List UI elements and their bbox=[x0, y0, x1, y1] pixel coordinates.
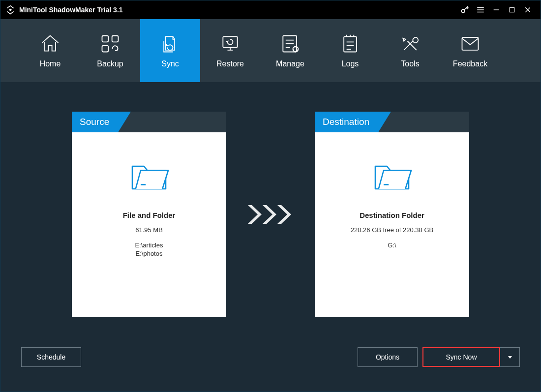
destination-title: Destination Folder bbox=[360, 211, 424, 219]
source-header-label: Source bbox=[72, 112, 118, 132]
key-icon[interactable] bbox=[457, 0, 473, 19]
source-path-1: E:\articles bbox=[135, 241, 163, 249]
destination-path: G:\ bbox=[388, 241, 396, 249]
bottom-bar: Schedule Options Sync Now bbox=[0, 346, 541, 368]
close-button[interactable] bbox=[520, 0, 536, 19]
app-window: MiniTool ShadowMaker Trial 3.1 Home bbox=[0, 0, 541, 392]
source-panel-header: Source bbox=[72, 112, 226, 132]
menu-icon[interactable] bbox=[473, 0, 488, 19]
nav-label: Feedback bbox=[453, 60, 487, 68]
svg-point-0 bbox=[461, 9, 465, 13]
nav-tools[interactable]: Tools bbox=[380, 19, 440, 82]
svg-rect-1 bbox=[510, 7, 514, 12]
svg-rect-4 bbox=[102, 46, 109, 52]
source-path-2: E:\photos bbox=[136, 250, 163, 257]
maximize-button[interactable] bbox=[504, 0, 520, 19]
nav-home[interactable]: Home bbox=[20, 19, 80, 82]
schedule-button[interactable]: Schedule bbox=[21, 347, 81, 367]
home-icon bbox=[39, 33, 61, 55]
source-panel[interactable]: Source File and Folder 61.95 MB E:\artic… bbox=[72, 112, 226, 317]
nav-backup[interactable]: Backup bbox=[80, 19, 140, 82]
content-area: Source File and Folder 61.95 MB E:\artic… bbox=[0, 82, 541, 392]
folder-icon bbox=[128, 158, 170, 191]
destination-space: 220.26 GB free of 220.38 GB bbox=[351, 226, 433, 234]
svg-rect-3 bbox=[112, 36, 119, 42]
restore-icon bbox=[219, 33, 241, 55]
logs-icon bbox=[339, 33, 361, 55]
arrow-icon bbox=[246, 112, 295, 317]
nav-label: Manage bbox=[276, 60, 304, 68]
destination-header-label: Destination bbox=[315, 112, 378, 132]
source-size: 61.95 MB bbox=[135, 226, 163, 234]
app-logo-icon bbox=[5, 5, 15, 15]
destination-panel[interactable]: Destination Destination Folder 220.26 GB… bbox=[315, 112, 469, 317]
nav-label: Tools bbox=[401, 60, 419, 68]
nav-manage[interactable]: Manage bbox=[260, 19, 320, 82]
svg-rect-5 bbox=[223, 36, 237, 47]
folder-icon bbox=[371, 158, 413, 191]
main-nav: Home Backup Sync Restore Manage bbox=[0, 19, 541, 82]
app-title: MiniTool ShadowMaker Trial 3.1 bbox=[19, 6, 123, 14]
sync-icon bbox=[159, 33, 181, 55]
backup-icon bbox=[99, 33, 121, 55]
minimize-button[interactable] bbox=[488, 0, 504, 19]
nav-label: Home bbox=[40, 60, 61, 68]
options-button[interactable]: Options bbox=[358, 347, 418, 367]
svg-rect-9 bbox=[462, 37, 479, 50]
nav-label: Restore bbox=[216, 60, 244, 68]
destination-panel-header: Destination bbox=[315, 112, 469, 132]
nav-restore[interactable]: Restore bbox=[200, 19, 260, 82]
nav-label: Logs bbox=[342, 60, 359, 68]
svg-rect-2 bbox=[102, 36, 109, 42]
nav-logs[interactable]: Logs bbox=[320, 19, 380, 82]
manage-icon bbox=[279, 33, 301, 55]
source-title: File and Folder bbox=[123, 211, 176, 219]
nav-sync[interactable]: Sync bbox=[140, 19, 200, 82]
nav-feedback[interactable]: Feedback bbox=[440, 19, 500, 82]
titlebar: MiniTool ShadowMaker Trial 3.1 bbox=[0, 0, 541, 19]
nav-label: Sync bbox=[161, 60, 179, 68]
sync-now-dropdown[interactable] bbox=[500, 347, 520, 367]
nav-label: Backup bbox=[97, 60, 123, 68]
sync-now-button[interactable]: Sync Now bbox=[422, 347, 500, 367]
tools-icon bbox=[399, 33, 421, 55]
feedback-icon bbox=[459, 33, 481, 55]
